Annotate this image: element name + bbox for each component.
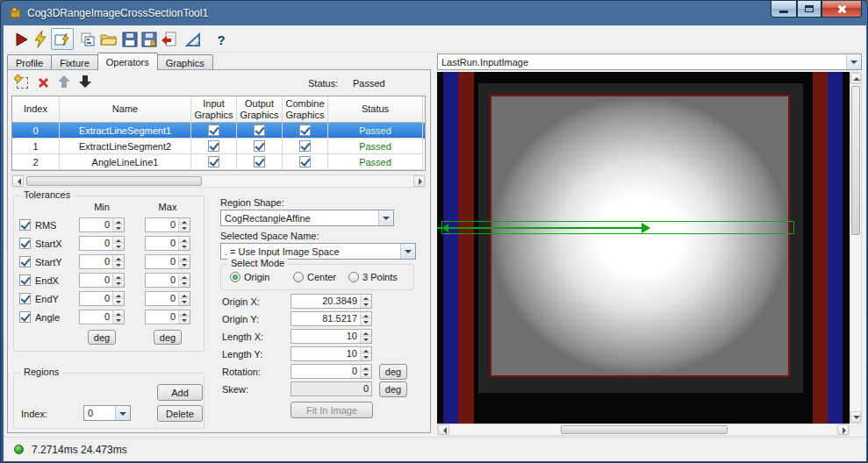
titlebar[interactable]: Cog3DRangeImageCrossSectionTool1 [1,1,868,25]
table-row[interactable]: 2 AngleLineLine1 Passed [12,154,425,170]
spin-up-icon[interactable] [113,218,124,225]
angle-checkbox[interactable] [19,311,31,323]
min-deg-button[interactable]: deg [88,330,116,345]
endx-max-spinner[interactable]: 0 [145,273,190,288]
tab-graphics[interactable]: Graphics [157,54,213,70]
spin-down-icon[interactable] [113,244,124,250]
spin-down-icon[interactable] [179,317,190,324]
spin-down-icon[interactable] [113,262,124,268]
fit-in-image-button[interactable]: Fit In Image [291,402,373,418]
spin-down-icon[interactable] [179,299,190,305]
endx-min-spinner[interactable]: 0 [79,273,125,288]
combine-graphics-checkbox[interactable] [299,125,311,136]
rms-min-spinner[interactable]: 0 [79,217,125,232]
spin-up-icon[interactable] [179,274,190,281]
table-row[interactable]: 1 ExtractLineSegment2 Passed [12,139,425,154]
save-icon[interactable] [121,31,139,48]
measure-tool-icon[interactable] [184,31,202,48]
tab-profile[interactable]: Profile [7,54,52,70]
rotation-deg-button[interactable]: deg [379,364,407,380]
spin-up-icon[interactable] [179,292,190,299]
scroll-right-icon[interactable] [837,424,849,435]
maximize-button[interactable] [797,1,821,18]
operators-scrollbar[interactable] [11,175,426,188]
output-graphics-checkbox[interactable] [254,156,265,167]
scrollbar-thumb[interactable] [851,86,860,235]
endy-min-spinner[interactable]: 0 [79,291,125,306]
open-icon[interactable] [100,31,118,48]
angle-max-spinner[interactable]: 0 [145,310,190,324]
combine-graphics-checkbox[interactable] [299,140,311,152]
starty-max-spinner[interactable]: 0 [145,254,190,269]
region-shape-dropdown[interactable]: CogRectangleAffine [220,210,394,226]
spin-up-icon[interactable] [179,218,190,225]
spin-up-icon[interactable] [179,310,190,317]
spin-down-icon[interactable] [113,225,124,232]
chevron-down-icon[interactable] [115,406,130,420]
spin-down-icon[interactable] [179,225,190,232]
import-icon[interactable] [160,31,177,48]
endx-checkbox[interactable] [19,274,31,286]
length-x-spinner[interactable]: 10 [291,329,372,344]
close-button[interactable] [821,1,862,18]
spin-down-icon[interactable] [113,317,124,324]
starty-min-spinner[interactable]: 0 [79,254,125,269]
rotation-spinner[interactable]: 0 [291,364,372,379]
run-tool-icon[interactable] [12,31,30,48]
spin-down-icon[interactable] [113,281,124,287]
length-y-spinner[interactable]: 10 [291,346,372,361]
combine-graphics-checkbox[interactable] [299,156,311,167]
input-graphics-checkbox[interactable] [208,140,219,152]
spin-up-icon[interactable] [113,255,124,262]
endy-checkbox[interactable] [19,293,31,304]
new-operator-icon[interactable] [15,75,29,89]
delete-operator-icon[interactable] [36,75,50,89]
cross-section-line[interactable] [437,227,649,229]
startx-max-spinner[interactable]: 0 [145,236,190,251]
spin-down-icon[interactable] [361,319,371,325]
input-graphics-checkbox[interactable] [208,156,219,167]
scroll-down-icon[interactable] [850,411,861,423]
spin-up-icon[interactable] [361,330,371,337]
spin-up-icon[interactable] [113,292,124,299]
spin-down-icon[interactable] [361,337,371,343]
chevron-down-icon[interactable] [400,244,415,259]
electric-toggle-button[interactable] [51,28,74,50]
image-viewport[interactable] [437,72,850,424]
angle-min-spinner[interactable]: 0 [79,310,125,324]
spin-down-icon[interactable] [179,244,190,250]
spin-down-icon[interactable] [113,299,124,305]
radio-origin[interactable]: Origin [230,272,269,282]
spin-up-icon[interactable] [113,310,124,317]
spin-up-icon[interactable] [361,295,371,302]
chevron-down-icon[interactable] [378,210,393,225]
delete-region-button[interactable]: Delete [157,405,203,422]
spin-down-icon[interactable] [179,262,190,268]
results-icon[interactable] [79,31,97,48]
spin-down-icon[interactable] [361,302,371,308]
input-graphics-checkbox[interactable] [208,125,219,136]
spin-up-icon[interactable] [361,365,371,372]
save-image-icon[interactable] [140,31,158,48]
max-deg-button[interactable]: deg [154,330,182,345]
radio-center[interactable]: Center [293,272,336,282]
scrollbar-thumb[interactable] [561,425,728,434]
scrollbar-thumb[interactable] [26,176,202,186]
move-down-icon[interactable] [78,75,92,89]
output-graphics-checkbox[interactable] [254,125,265,136]
spin-up-icon[interactable] [361,312,371,319]
chevron-down-icon[interactable] [846,54,861,69]
rms-max-spinner[interactable]: 0 [145,217,190,232]
image-vscrollbar[interactable] [850,72,862,424]
spin-up-icon[interactable] [179,255,190,262]
spin-down-icon[interactable] [361,354,371,360]
minimize-button[interactable] [771,1,797,18]
scroll-up-icon[interactable] [850,73,861,84]
startx-checkbox[interactable] [19,238,31,249]
display-source-dropdown[interactable]: LastRun.InputImage [437,53,862,70]
starty-checkbox[interactable] [19,256,31,267]
spin-up-icon[interactable] [113,237,124,244]
spin-up-icon[interactable] [113,274,124,281]
tab-fixture[interactable]: Fixture [51,54,98,70]
image-hscrollbar[interactable] [437,424,850,436]
